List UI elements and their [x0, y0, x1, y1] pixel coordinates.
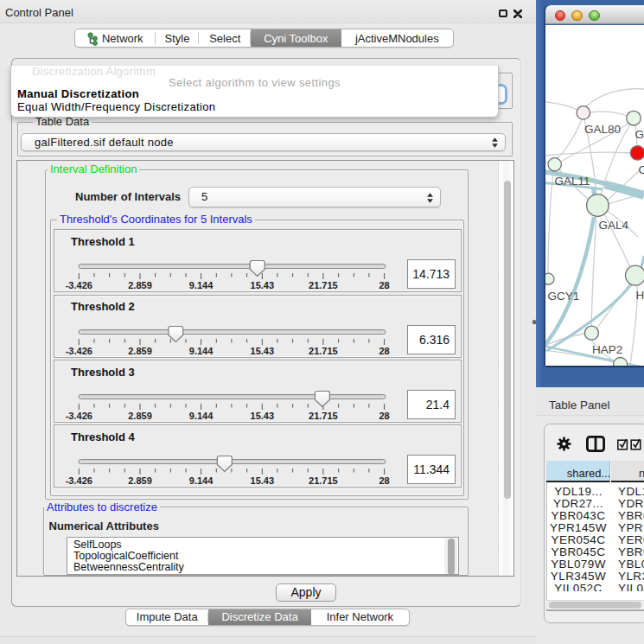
svg-text:9.144: 9.144 [189, 346, 214, 356]
svg-text:HAP2: HAP2 [592, 343, 622, 356]
svg-text:-3.426: -3.426 [66, 280, 92, 290]
svg-text:-3.426: -3.426 [66, 411, 92, 421]
svg-text:-3.426: -3.426 [66, 346, 92, 356]
svg-text:15.43: 15.43 [251, 280, 275, 290]
svg-text:-3.426: -3.426 [66, 475, 92, 486]
svg-text:9.144: 9.144 [189, 475, 214, 486]
svg-text:GCY1: GCY1 [548, 290, 580, 303]
svg-text:GAL11: GAL11 [555, 175, 590, 188]
svg-text:9.144: 9.144 [189, 411, 214, 421]
svg-text:28: 28 [379, 411, 389, 421]
svg-text:2.859: 2.859 [128, 280, 152, 290]
svg-text:H: H [636, 289, 644, 302]
svg-text:GA: GA [635, 128, 644, 141]
svg-text:21.715: 21.715 [309, 411, 338, 421]
svg-text:15.43: 15.43 [251, 411, 275, 421]
svg-text:15.43: 15.43 [251, 475, 275, 486]
svg-text:9.144: 9.144 [189, 280, 214, 290]
svg-text:21.715: 21.715 [309, 280, 338, 290]
svg-text:21.715: 21.715 [309, 346, 338, 356]
svg-text:28: 28 [379, 475, 389, 486]
svg-text:21.715: 21.715 [309, 475, 338, 486]
svg-text:28: 28 [379, 280, 389, 290]
svg-text:GAL4: GAL4 [599, 219, 629, 232]
svg-text:GAL80: GAL80 [584, 123, 621, 136]
svg-text:2.859: 2.859 [128, 346, 152, 356]
svg-text:2.859: 2.859 [128, 475, 152, 486]
svg-text:2.859: 2.859 [128, 411, 152, 421]
svg-text:C: C [639, 163, 644, 176]
svg-text:28: 28 [379, 346, 389, 356]
svg-text:15.43: 15.43 [251, 346, 275, 356]
